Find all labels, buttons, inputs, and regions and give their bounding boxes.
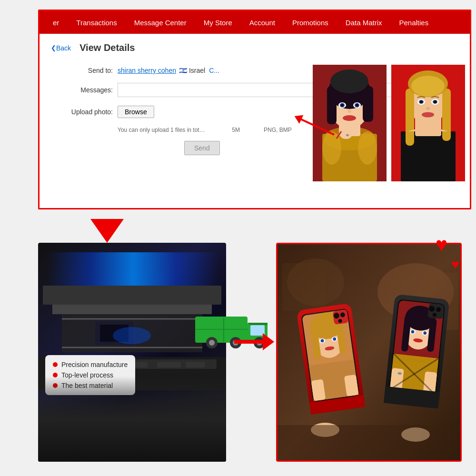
- nav-item-account[interactable]: Account: [241, 11, 284, 34]
- nav-item-er[interactable]: er: [44, 11, 68, 34]
- svg-point-45: [113, 327, 151, 344]
- svg-rect-108: [427, 303, 444, 319]
- back-link[interactable]: Back: [56, 44, 71, 52]
- heart-small: ♥: [451, 257, 459, 272]
- svg-rect-38: [43, 286, 221, 305]
- country-text: Israel: [189, 67, 205, 74]
- content-area: ❮ Back View Details Send to: shiran sher…: [40, 34, 470, 164]
- svg-point-35: [434, 100, 436, 103]
- photo-blonde: [391, 65, 465, 183]
- top-panel: er Transactions Message Center My Store …: [38, 10, 471, 209]
- heart-large: ♥: [436, 233, 447, 256]
- flag-icon: 🇮🇱: [179, 67, 187, 74]
- svg-rect-8: [327, 86, 337, 124]
- svg-rect-52: [186, 362, 205, 367]
- svg-rect-115: [278, 425, 462, 462]
- nav-item-transactions[interactable]: Transactions: [68, 11, 125, 34]
- svg-point-4: [358, 131, 377, 165]
- svg-point-18: [343, 115, 356, 121]
- svg-rect-26: [406, 89, 414, 146]
- svg-point-36: [426, 107, 430, 110]
- nav-item-my-store[interactable]: My Store: [195, 11, 241, 34]
- send-to-label: Send to:: [51, 67, 113, 74]
- browse-button[interactable]: Browse: [118, 106, 154, 118]
- svg-point-58: [209, 340, 215, 346]
- photo-dark-hair: [313, 65, 387, 183]
- send-to-link[interactable]: shiran sherry cohen: [118, 67, 176, 74]
- svg-rect-69: [282, 263, 325, 311]
- info-item-1: Precision manufacture: [53, 361, 128, 368]
- svg-point-32: [420, 100, 423, 103]
- nav-bar: er Transactions Message Center My Store …: [40, 11, 470, 34]
- back-arrow: ❮: [51, 44, 56, 51]
- svg-rect-9: [363, 86, 373, 122]
- machine-bottom: [38, 376, 226, 462]
- nav-item-promotions[interactable]: Promotions: [284, 11, 337, 34]
- arrow-head: [263, 333, 274, 350]
- bottom-right-panel: [276, 243, 462, 462]
- svg-point-20: [346, 134, 349, 136]
- svg-point-17: [347, 110, 351, 113]
- nav-item-message-center[interactable]: Message Center: [126, 11, 195, 34]
- phone-bg: [278, 244, 460, 460]
- arrow-right-red: [234, 333, 274, 350]
- svg-marker-56: [248, 323, 268, 325]
- svg-point-105: [397, 372, 401, 375]
- arrow-shaft: [234, 340, 263, 344]
- send-button[interactable]: Send: [184, 141, 220, 155]
- svg-point-16: [356, 104, 358, 107]
- info-text-1: Precision manufacture: [61, 361, 128, 368]
- nav-item-data-matrix[interactable]: Data Matrix: [337, 11, 391, 34]
- messages-label: Messages:: [51, 86, 113, 94]
- arrow-down: [90, 219, 124, 243]
- nav-item-penalties[interactable]: Penalties: [391, 11, 437, 34]
- svg-point-29: [411, 76, 445, 97]
- change-link[interactable]: C...: [209, 67, 219, 74]
- page-title: View Details: [79, 42, 135, 53]
- svg-rect-51: [157, 362, 181, 367]
- svg-point-10: [330, 69, 368, 93]
- svg-rect-27: [442, 89, 451, 141]
- svg-point-13: [341, 104, 344, 107]
- bullet-1: [53, 362, 58, 367]
- svg-point-37: [422, 112, 434, 118]
- upload-label: Upload photo:: [51, 108, 113, 116]
